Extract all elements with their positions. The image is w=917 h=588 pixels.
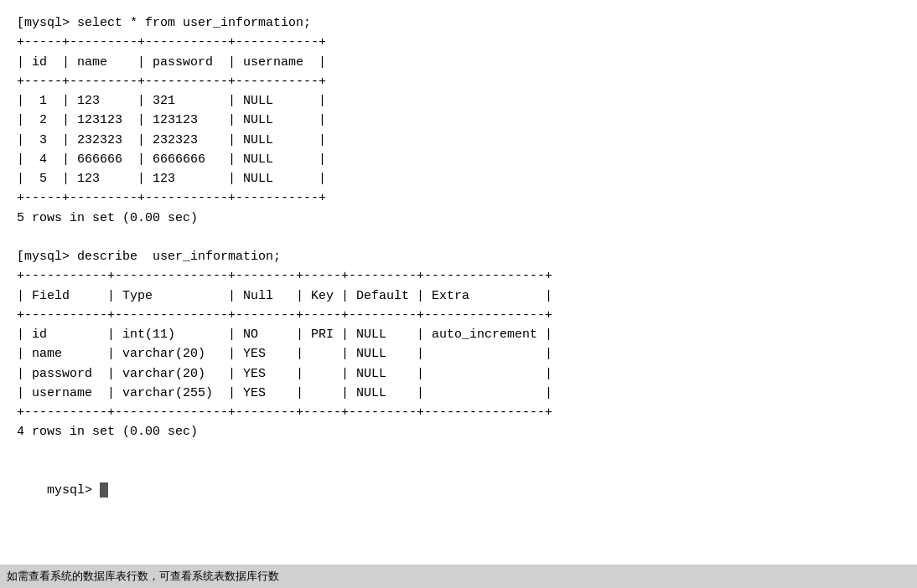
describe-row-3: | password | varchar(20) | YES | | NULL … bbox=[17, 364, 900, 384]
select-border-bottom: +-----+---------+-----------+-----------… bbox=[17, 188, 900, 208]
describe-row-4: | username | varchar(255) | YES | | NULL… bbox=[17, 384, 900, 403]
bottom-bar: 如需查看系统的数据库表行数，可查看系统表数据库行数 bbox=[0, 565, 917, 588]
bottom-bar-text: 如需查看系统的数据库表行数，可查看系统表数据库行数 bbox=[7, 569, 279, 584]
command2-line: [mysql> describe user_information; bbox=[17, 247, 900, 266]
terminal-window: [mysql> select * from user_information; … bbox=[0, 0, 917, 588]
current-prompt[interactable]: mysql> bbox=[17, 462, 900, 520]
prompt-text: mysql> bbox=[47, 483, 100, 498]
describe-row-2: | name | varchar(20) | YES | | NULL | | bbox=[17, 344, 900, 364]
select-row-2: | 2 | 123123 | 123123 | NULL | bbox=[17, 111, 900, 130]
select-row-1: | 1 | 123 | 321 | NULL | bbox=[17, 91, 900, 111]
select-row-5: | 5 | 123 | 123 | NULL | bbox=[17, 169, 900, 188]
describe-border-bottom: +-----------+---------------+--------+--… bbox=[17, 403, 900, 422]
select-row-3: | 3 | 232323 | 232323 | NULL | bbox=[17, 131, 900, 150]
select-row-4: | 4 | 666666 | 6666666 | NULL | bbox=[17, 150, 900, 169]
describe-border-top: +-----------+---------------+--------+--… bbox=[17, 266, 900, 286]
empty-line-1 bbox=[17, 228, 900, 247]
select-border-header: +-----+---------+-----------+-----------… bbox=[17, 72, 900, 91]
describe-rows-count: 4 rows in set (0.00 sec) bbox=[17, 422, 900, 441]
describe-border-header: +-----------+---------------+--------+--… bbox=[17, 306, 900, 325]
select-border-top: +-----+---------+-----------+-----------… bbox=[17, 33, 900, 52]
command1-line: [mysql> select * from user_information; bbox=[17, 13, 900, 33]
cursor bbox=[100, 482, 108, 498]
select-header: | id | name | password | username | bbox=[17, 53, 900, 72]
select-rows-count: 5 rows in set (0.00 sec) bbox=[17, 209, 900, 228]
empty-line-2 bbox=[17, 442, 900, 462]
describe-header: | Field | Type | Null | Key | Default | … bbox=[17, 286, 900, 306]
describe-row-1: | id | int(11) | NO | PRI | NULL | auto_… bbox=[17, 325, 900, 344]
